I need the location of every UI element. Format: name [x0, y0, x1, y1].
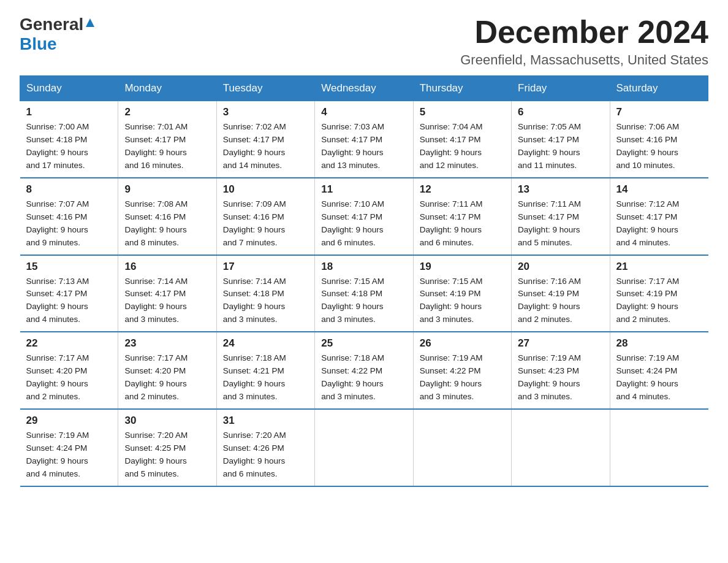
- calendar-table: SundayMondayTuesdayWednesdayThursdayFrid…: [20, 75, 708, 486]
- day-number: 26: [420, 337, 505, 350]
- calendar-cell: 3 Sunrise: 7:02 AM Sunset: 4:17 PM Dayli…: [216, 101, 314, 178]
- calendar-cell: 9 Sunrise: 7:08 AM Sunset: 4:16 PM Dayli…: [118, 178, 216, 255]
- month-year-title: December 2024: [460, 15, 708, 50]
- calendar-cell: 24 Sunrise: 7:18 AM Sunset: 4:21 PM Dayl…: [216, 332, 314, 409]
- day-info: Sunrise: 7:15 AM Sunset: 4:19 PM Dayligh…: [420, 275, 505, 327]
- calendar-cell: 27 Sunrise: 7:19 AM Sunset: 4:23 PM Dayl…: [512, 332, 610, 409]
- calendar-day-header-monday: Monday: [118, 76, 216, 101]
- logo-blue-text: Blue: [20, 34, 57, 53]
- calendar-day-header-wednesday: Wednesday: [315, 76, 413, 101]
- day-number: 18: [321, 261, 406, 273]
- calendar-cell: 5 Sunrise: 7:04 AM Sunset: 4:17 PM Dayli…: [413, 101, 511, 178]
- day-number: 1: [26, 106, 112, 118]
- calendar-cell: 20 Sunrise: 7:16 AM Sunset: 4:19 PM Dayl…: [512, 255, 610, 332]
- day-number: 17: [223, 261, 308, 273]
- day-number: 12: [420, 183, 505, 196]
- day-number: 3: [223, 106, 308, 118]
- day-info: Sunrise: 7:11 AM Sunset: 4:17 PM Dayligh…: [420, 198, 505, 250]
- calendar-day-header-saturday: Saturday: [610, 76, 708, 101]
- day-info: Sunrise: 7:11 AM Sunset: 4:17 PM Dayligh…: [518, 198, 603, 250]
- day-info: Sunrise: 7:20 AM Sunset: 4:26 PM Dayligh…: [223, 429, 308, 481]
- calendar-day-header-tuesday: Tuesday: [216, 76, 314, 101]
- day-number: 8: [26, 183, 112, 196]
- day-number: 24: [223, 337, 308, 350]
- calendar-cell: 16 Sunrise: 7:14 AM Sunset: 4:17 PM Dayl…: [118, 255, 216, 332]
- calendar-week-row: 8 Sunrise: 7:07 AM Sunset: 4:16 PM Dayli…: [20, 178, 708, 255]
- calendar-week-row: 15 Sunrise: 7:13 AM Sunset: 4:17 PM Dayl…: [20, 255, 708, 332]
- day-info: Sunrise: 7:12 AM Sunset: 4:17 PM Dayligh…: [616, 198, 702, 250]
- day-number: 19: [420, 261, 505, 273]
- day-info: Sunrise: 7:14 AM Sunset: 4:18 PM Dayligh…: [223, 275, 308, 327]
- calendar-day-header-sunday: Sunday: [20, 76, 118, 101]
- logo-general-text: General: [20, 15, 83, 34]
- calendar-cell: 18 Sunrise: 7:15 AM Sunset: 4:18 PM Dayl…: [315, 255, 413, 332]
- day-number: 5: [420, 106, 505, 118]
- day-number: 14: [616, 183, 702, 196]
- day-info: Sunrise: 7:17 AM Sunset: 4:19 PM Dayligh…: [616, 275, 702, 327]
- calendar-cell: 4 Sunrise: 7:03 AM Sunset: 4:17 PM Dayli…: [315, 101, 413, 178]
- day-number: 31: [223, 415, 308, 427]
- day-info: Sunrise: 7:17 AM Sunset: 4:20 PM Dayligh…: [26, 352, 112, 404]
- day-info: Sunrise: 7:18 AM Sunset: 4:22 PM Dayligh…: [321, 352, 406, 404]
- calendar-cell: 28 Sunrise: 7:19 AM Sunset: 4:24 PM Dayl…: [610, 332, 708, 409]
- day-info: Sunrise: 7:19 AM Sunset: 4:22 PM Dayligh…: [420, 352, 505, 404]
- day-info: Sunrise: 7:09 AM Sunset: 4:16 PM Dayligh…: [223, 198, 308, 250]
- day-number: 7: [616, 106, 702, 118]
- day-number: 13: [518, 183, 603, 196]
- day-info: Sunrise: 7:10 AM Sunset: 4:17 PM Dayligh…: [321, 198, 406, 250]
- calendar-cell: 21 Sunrise: 7:17 AM Sunset: 4:19 PM Dayl…: [610, 255, 708, 332]
- day-number: 9: [124, 183, 210, 196]
- day-info: Sunrise: 7:06 AM Sunset: 4:16 PM Dayligh…: [616, 121, 702, 172]
- calendar-week-row: 22 Sunrise: 7:17 AM Sunset: 4:20 PM Dayl…: [20, 332, 708, 409]
- day-number: 16: [124, 261, 210, 273]
- day-info: Sunrise: 7:07 AM Sunset: 4:16 PM Dayligh…: [26, 198, 112, 250]
- day-info: Sunrise: 7:04 AM Sunset: 4:17 PM Dayligh…: [420, 121, 505, 172]
- calendar-cell: 25 Sunrise: 7:18 AM Sunset: 4:22 PM Dayl…: [315, 332, 413, 409]
- calendar-week-row: 29 Sunrise: 7:19 AM Sunset: 4:24 PM Dayl…: [20, 409, 708, 486]
- svg-marker-0: [86, 18, 94, 27]
- day-info: Sunrise: 7:16 AM Sunset: 4:19 PM Dayligh…: [518, 275, 603, 327]
- title-block: December 2024 Greenfield, Massachusetts,…: [460, 15, 708, 68]
- calendar-cell: 26 Sunrise: 7:19 AM Sunset: 4:22 PM Dayl…: [413, 332, 511, 409]
- day-number: 27: [518, 337, 603, 350]
- day-number: 2: [124, 106, 210, 118]
- calendar-cell: 10 Sunrise: 7:09 AM Sunset: 4:16 PM Dayl…: [216, 178, 314, 255]
- day-info: Sunrise: 7:01 AM Sunset: 4:17 PM Dayligh…: [124, 121, 210, 172]
- day-info: Sunrise: 7:20 AM Sunset: 4:25 PM Dayligh…: [124, 429, 210, 481]
- calendar-cell: 12 Sunrise: 7:11 AM Sunset: 4:17 PM Dayl…: [413, 178, 511, 255]
- day-number: 11: [321, 183, 406, 196]
- logo: General Blue: [20, 15, 96, 54]
- calendar-cell: 29 Sunrise: 7:19 AM Sunset: 4:24 PM Dayl…: [20, 409, 118, 486]
- day-number: 10: [223, 183, 308, 196]
- day-info: Sunrise: 7:02 AM Sunset: 4:17 PM Dayligh…: [223, 121, 308, 172]
- day-number: 28: [616, 337, 702, 350]
- calendar-cell: 7 Sunrise: 7:06 AM Sunset: 4:16 PM Dayli…: [610, 101, 708, 178]
- calendar-cell: [610, 409, 708, 486]
- calendar-cell: 6 Sunrise: 7:05 AM Sunset: 4:17 PM Dayli…: [512, 101, 610, 178]
- calendar-cell: 31 Sunrise: 7:20 AM Sunset: 4:26 PM Dayl…: [216, 409, 314, 486]
- day-number: 23: [124, 337, 210, 350]
- calendar-cell: 22 Sunrise: 7:17 AM Sunset: 4:20 PM Dayl…: [20, 332, 118, 409]
- day-number: 4: [321, 106, 406, 118]
- calendar-cell: 14 Sunrise: 7:12 AM Sunset: 4:17 PM Dayl…: [610, 178, 708, 255]
- day-number: 22: [26, 337, 112, 350]
- calendar-cell: [413, 409, 511, 486]
- calendar-cell: 19 Sunrise: 7:15 AM Sunset: 4:19 PM Dayl…: [413, 255, 511, 332]
- day-number: 21: [616, 261, 702, 273]
- day-info: Sunrise: 7:05 AM Sunset: 4:17 PM Dayligh…: [518, 121, 603, 172]
- calendar-cell: 15 Sunrise: 7:13 AM Sunset: 4:17 PM Dayl…: [20, 255, 118, 332]
- day-info: Sunrise: 7:15 AM Sunset: 4:18 PM Dayligh…: [321, 275, 406, 327]
- day-info: Sunrise: 7:14 AM Sunset: 4:17 PM Dayligh…: [124, 275, 210, 327]
- calendar-cell: [315, 409, 413, 486]
- day-number: 15: [26, 261, 112, 273]
- calendar-header-row: SundayMondayTuesdayWednesdayThursdayFrid…: [20, 76, 708, 101]
- day-info: Sunrise: 7:00 AM Sunset: 4:18 PM Dayligh…: [26, 121, 112, 172]
- calendar-day-header-thursday: Thursday: [413, 76, 511, 101]
- calendar-cell: [512, 409, 610, 486]
- day-number: 20: [518, 261, 603, 273]
- day-number: 6: [518, 106, 603, 118]
- day-number: 29: [26, 415, 112, 427]
- calendar-cell: 17 Sunrise: 7:14 AM Sunset: 4:18 PM Dayl…: [216, 255, 314, 332]
- calendar-day-header-friday: Friday: [512, 76, 610, 101]
- logo-triangle-icon: [85, 17, 96, 31]
